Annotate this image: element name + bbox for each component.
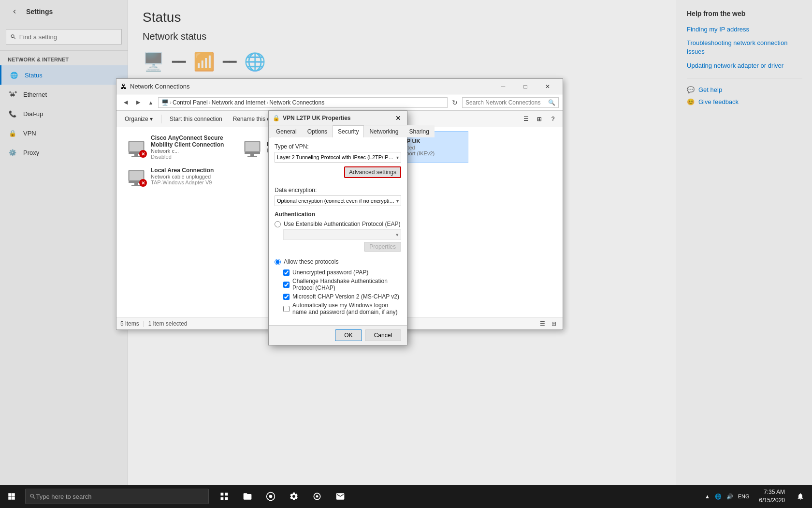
local-error-badge: ✕ — [139, 179, 147, 187]
vpn-type-arrow: ▾ — [396, 155, 399, 160]
settings-taskbar-button[interactable] — [282, 485, 305, 508]
settings-gear-icon — [289, 492, 299, 501]
dialog-close-button[interactable]: ✕ — [393, 113, 403, 123]
window-title-text: Network Connections — [130, 83, 492, 90]
start-button[interactable] — [0, 485, 23, 508]
sidebar-item-vpn[interactable]: 🔒 VPN — [0, 123, 128, 143]
search-box[interactable]: 🔍 — [462, 97, 559, 108]
tray-chevron[interactable]: ▲ — [703, 485, 712, 508]
nav-back-button[interactable]: ◀ — [120, 97, 131, 108]
settings-header: Settings — [0, 0, 128, 23]
dialog-tabs: General Options Security Networking Shar… — [269, 125, 407, 137]
eap-protocol-select[interactable]: ▾ — [283, 229, 401, 240]
tab-general[interactable]: General — [271, 125, 302, 137]
get-help-action[interactable]: 💬 Get help — [687, 86, 802, 93]
address-path[interactable]: 🖥️ › Control Panel › Network and Interne… — [158, 97, 448, 108]
nav-up-button[interactable]: ▲ — [145, 97, 156, 108]
mschap-row: Microsoft CHAP Version 2 (MS-CHAP v2) — [283, 293, 401, 300]
task-view-button[interactable] — [213, 485, 236, 508]
sidebar-item-proxy[interactable]: ⚙️ Proxy — [0, 143, 128, 162]
search-input[interactable] — [465, 99, 548, 106]
advanced-settings-button[interactable]: Advanced settings — [344, 166, 401, 178]
cancel-button[interactable]: Cancel — [365, 329, 401, 341]
cisco-error-badge: ✕ — [139, 150, 147, 158]
sidebar-item-label-dialup: Dial-up — [23, 110, 43, 118]
sidebar-item-status[interactable]: 🌐 Status — [0, 65, 128, 85]
proxy-icon: ⚙️ — [8, 148, 17, 157]
start-connection-button[interactable]: Start this connection — [165, 114, 227, 124]
eap-radio-row: Use Extensible Authentication Protocol (… — [275, 221, 401, 227]
network-tray-icon[interactable]: 🌐 — [713, 485, 724, 508]
view-details-button[interactable]: ☰ — [520, 113, 532, 125]
back-button[interactable] — [8, 5, 21, 18]
mschap-checkbox[interactable] — [283, 294, 290, 300]
close-button[interactable]: ✕ — [536, 80, 559, 93]
tab-sharing[interactable]: Sharing — [404, 125, 434, 137]
tab-options[interactable]: Options — [302, 125, 333, 137]
autologon-row: Automatically use my Windows logon name … — [283, 302, 401, 315]
find-setting-input-container[interactable] — [6, 29, 122, 45]
system-tray: ▲ 🌐 🔊 ENG — [703, 485, 752, 508]
find-setting-input[interactable] — [19, 33, 117, 41]
ok-button[interactable]: OK — [335, 329, 362, 341]
status-view-list[interactable]: ☰ — [537, 319, 547, 329]
window-titlebar: 🖧 Network Connections ─ □ ✕ — [116, 79, 563, 94]
cortana-button[interactable] — [305, 485, 329, 508]
local-conn-icon: ✕ — [127, 166, 146, 186]
sidebar-item-label-vpn: VPN — [23, 130, 36, 137]
addr-part-3: Network and Internet — [212, 99, 265, 106]
properties-button[interactable]: Properties — [364, 242, 401, 252]
file-explorer-button[interactable] — [236, 485, 259, 508]
svg-rect-18 — [134, 183, 138, 185]
statusbar-right: ☰ ⊞ — [537, 319, 559, 329]
sidebar-item-ethernet[interactable]: Ethernet — [0, 85, 128, 104]
allow-protocols-radio[interactable] — [275, 259, 281, 265]
svg-rect-22 — [221, 497, 224, 500]
status-view-icons[interactable]: ⊞ — [549, 319, 559, 329]
vpn-type-value: Layer 2 Tunneling Protocol with IPsec (L… — [277, 154, 396, 160]
search-button[interactable]: 🔍 — [548, 99, 555, 106]
get-help-label: Get help — [698, 86, 722, 93]
time-display: 7:35 AM — [759, 488, 785, 496]
connection-local[interactable]: ✕ Local Area Connection Network cable un… — [120, 163, 236, 189]
nav-section-label: Network & Internet — [0, 51, 128, 65]
chap-checkbox[interactable] — [283, 282, 290, 288]
sidebar-item-dialup[interactable]: 📞 Dial-up — [0, 104, 128, 123]
pap-checkbox[interactable] — [283, 269, 290, 276]
start-label: Start this connection — [170, 116, 222, 122]
taskbar-search-input[interactable] — [36, 493, 204, 500]
items-count: 5 items — [120, 320, 139, 327]
clock[interactable]: 7:35 AM 6/15/2020 — [755, 488, 789, 505]
maximize-button[interactable]: □ — [514, 80, 536, 93]
notification-button[interactable] — [793, 489, 808, 504]
help-link-troubleshoot[interactable]: Troubleshooting network connection issue… — [687, 39, 802, 56]
volume-icon[interactable]: 🔊 — [725, 485, 735, 508]
local-info: Local Area Connection Network cable unpl… — [151, 167, 230, 185]
chrome-button[interactable] — [259, 485, 282, 508]
svg-rect-7 — [246, 142, 259, 151]
give-feedback-action[interactable]: 😊 Give feedback — [687, 98, 802, 105]
local-subdesc: TAP-Windows Adapter V9 — [151, 179, 230, 185]
taskbar-search-box[interactable] — [25, 489, 209, 504]
svg-point-27 — [316, 495, 319, 498]
cisco-name: Cisco AnyConnect Secure Mobility Client … — [151, 134, 230, 148]
vpn-type-select[interactable]: Layer 2 Tunneling Protocol with IPsec (L… — [275, 152, 401, 163]
organize-button[interactable]: Organize ▾ — [120, 114, 157, 124]
tab-security[interactable]: Security — [333, 125, 364, 137]
encryption-select[interactable]: Optional encryption (connect even if no … — [275, 195, 401, 206]
refresh-button[interactable]: ↻ — [450, 97, 460, 108]
mail-button[interactable] — [329, 485, 352, 508]
help-button[interactable]: ? — [547, 113, 559, 125]
autologon-checkbox[interactable] — [283, 306, 290, 312]
tab-networking[interactable]: Networking — [364, 125, 404, 137]
nav-forward-button[interactable]: ▶ — [133, 97, 144, 108]
help-link-ip[interactable]: Finding my IP address — [687, 25, 802, 34]
minimize-button[interactable]: ─ — [492, 80, 514, 93]
language-indicator[interactable]: ENG — [736, 485, 752, 508]
sidebar-item-label-proxy: Proxy — [23, 149, 39, 156]
eap-radio[interactable] — [275, 221, 281, 227]
help-link-driver[interactable]: Updating network adapter or driver — [687, 61, 802, 70]
connection-cisco[interactable]: ✕ Cisco AnyConnect Secure Mobility Clien… — [120, 131, 236, 163]
view-icons-button[interactable]: ⊞ — [534, 113, 545, 125]
dialog-footer: OK Cancel — [269, 325, 407, 345]
